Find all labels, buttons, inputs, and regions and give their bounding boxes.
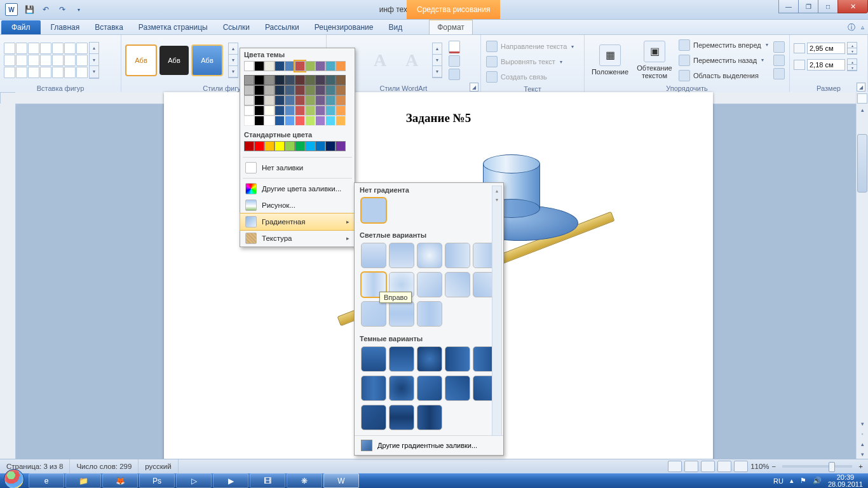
- text-effects-icon[interactable]: [449, 69, 460, 80]
- gradient-swatch[interactable]: [361, 243, 386, 268]
- position-button[interactable]: ▦Положение: [588, 43, 632, 77]
- gradient-swatch[interactable]: [361, 301, 386, 327]
- zoom-slider[interactable]: [782, 465, 852, 468]
- color-swatch[interactable]: [336, 141, 346, 151]
- wordart-preset[interactable]: A: [366, 46, 394, 74]
- tab-home[interactable]: Главная: [43, 20, 88, 34]
- taskbar-photoshop[interactable]: Ps: [139, 473, 175, 488]
- color-swatch[interactable]: [275, 85, 285, 95]
- color-swatch[interactable]: [325, 75, 336, 85]
- color-swatch[interactable]: [315, 75, 325, 85]
- taskbar-video[interactable]: 🎞: [250, 473, 285, 488]
- color-swatch[interactable]: [244, 141, 254, 151]
- gradient-swatch[interactable]: [389, 243, 414, 268]
- taskbar-ie[interactable]: e: [29, 473, 64, 488]
- color-swatch[interactable]: [315, 61, 325, 71]
- ribbon-minimize-icon[interactable]: ▵: [861, 24, 864, 30]
- color-swatch[interactable]: [336, 85, 346, 95]
- color-swatch[interactable]: [305, 61, 315, 71]
- wordart-gallery-expand[interactable]: ▴▾▾: [432, 43, 442, 78]
- color-swatch[interactable]: [264, 85, 275, 95]
- wrap-text-button[interactable]: ▣Обтекание текстом: [633, 39, 676, 81]
- next-page-icon[interactable]: ▾: [857, 449, 867, 459]
- gradient-swatch[interactable]: [417, 272, 442, 297]
- color-swatch[interactable]: [305, 85, 315, 95]
- color-swatch[interactable]: [254, 85, 264, 95]
- color-swatch[interactable]: [295, 61, 305, 71]
- color-swatch[interactable]: [305, 105, 315, 116]
- dialog-launcher-icon[interactable]: ◢: [470, 83, 478, 92]
- style-preset[interactable]: Абв: [125, 44, 157, 76]
- tray-show-hidden-icon[interactable]: ▴: [790, 477, 794, 485]
- color-swatch[interactable]: [244, 85, 254, 95]
- restore-button[interactable]: ❐: [798, 0, 818, 13]
- gradient-swatch[interactable]: [417, 301, 442, 327]
- redo-icon[interactable]: ↷: [55, 3, 69, 16]
- color-swatch[interactable]: [336, 116, 346, 126]
- text-direction-button[interactable]: Направление текста▾: [485, 39, 575, 53]
- gradient-swatch[interactable]: [361, 376, 386, 401]
- height-input[interactable]: [807, 43, 845, 54]
- gradient-swatch[interactable]: [361, 405, 386, 430]
- color-swatch[interactable]: [275, 75, 285, 85]
- style-preset[interactable]: Абв: [159, 46, 189, 75]
- color-swatch[interactable]: [285, 141, 295, 151]
- ruler-toggle-icon[interactable]: [857, 93, 867, 104]
- gradient-swatch[interactable]: [445, 376, 470, 401]
- color-swatch[interactable]: [325, 116, 336, 126]
- group-icon[interactable]: [773, 55, 785, 66]
- view-print-layout-icon[interactable]: [668, 461, 682, 472]
- gradient-swatch[interactable]: [389, 346, 414, 372]
- color-swatch[interactable]: [264, 116, 275, 126]
- tab-review[interactable]: Рецензирование: [307, 20, 381, 34]
- color-swatch[interactable]: [336, 95, 346, 105]
- gradient-fill-item[interactable]: Градиентная▸: [240, 213, 355, 231]
- rotate-icon[interactable]: [773, 68, 785, 79]
- color-swatch[interactable]: [264, 141, 275, 151]
- color-swatch[interactable]: [295, 75, 305, 85]
- gradient-swatch[interactable]: [417, 376, 442, 401]
- tray-volume-icon[interactable]: 🔊: [813, 477, 822, 485]
- tab-page-layout[interactable]: Разметка страницы: [131, 20, 215, 34]
- browse-object-icon[interactable]: ◦: [857, 429, 867, 439]
- color-swatch[interactable]: [244, 105, 254, 116]
- tab-format[interactable]: Формат: [429, 20, 473, 34]
- color-swatch[interactable]: [295, 141, 305, 151]
- wordart-preset[interactable]: A: [398, 46, 426, 74]
- color-swatch[interactable]: [325, 95, 336, 105]
- text-fill-icon[interactable]: [449, 41, 460, 53]
- zoom-in-icon[interactable]: +: [858, 463, 863, 470]
- taskbar-player[interactable]: ▷: [176, 473, 212, 488]
- color-swatch[interactable]: [244, 116, 254, 126]
- color-swatch[interactable]: [264, 95, 275, 105]
- help-icon[interactable]: ⓘ: [848, 22, 855, 33]
- color-swatch[interactable]: [285, 61, 295, 71]
- color-swatch[interactable]: [275, 141, 285, 151]
- color-swatch[interactable]: [305, 95, 315, 105]
- zoom-out-icon[interactable]: −: [772, 463, 776, 470]
- color-swatch[interactable]: [325, 85, 336, 95]
- start-button[interactable]: [0, 473, 28, 488]
- scroll-thumb[interactable]: [857, 134, 867, 193]
- shapes-gallery-scroll[interactable]: ▴▾▾: [89, 42, 99, 79]
- color-swatch[interactable]: [315, 141, 325, 151]
- color-swatch[interactable]: [275, 61, 285, 71]
- send-backward-button[interactable]: Переместить назад▾: [677, 53, 770, 67]
- color-swatch[interactable]: [325, 105, 336, 116]
- gradient-swatch[interactable]: [389, 405, 414, 430]
- shape-styles-gallery[interactable]: Абв Абв Абв ▴▾▾: [125, 43, 238, 78]
- color-swatch[interactable]: [305, 75, 315, 85]
- color-swatch[interactable]: [254, 141, 264, 151]
- align-icon[interactable]: [773, 41, 785, 53]
- taskbar-media[interactable]: ▶: [213, 473, 248, 488]
- tab-mailings[interactable]: Рассылки: [257, 20, 307, 34]
- color-swatch[interactable]: [305, 141, 315, 151]
- no-fill-item[interactable]: Нет заливки: [240, 159, 355, 176]
- gradient-swatch[interactable]: [417, 243, 442, 268]
- color-swatch[interactable]: [295, 116, 305, 126]
- color-swatch[interactable]: [254, 116, 264, 126]
- status-word-count[interactable]: Число слов: 299: [70, 459, 139, 473]
- gradient-swatch[interactable]: [361, 346, 386, 372]
- file-tab[interactable]: Файл: [1, 20, 41, 34]
- color-swatch[interactable]: [254, 105, 264, 116]
